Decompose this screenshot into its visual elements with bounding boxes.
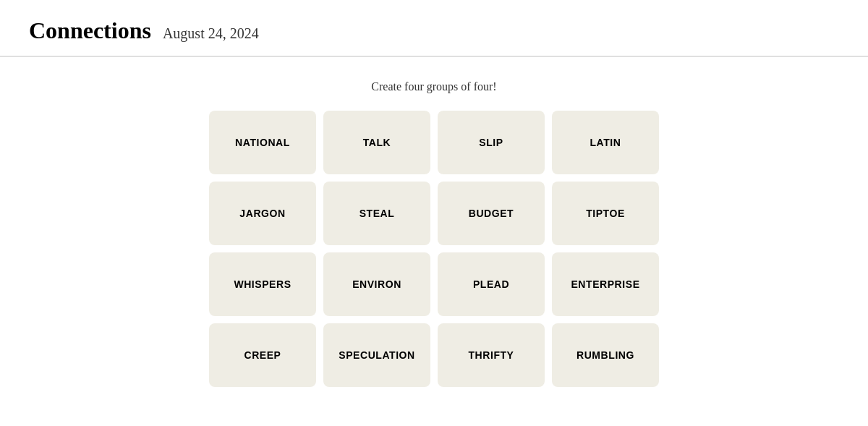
- main-content: Create four groups of four! NATIONALTALK…: [0, 57, 868, 416]
- tile-whispers[interactable]: WHISPERS: [209, 252, 316, 316]
- tile-talk[interactable]: TALK: [323, 111, 430, 174]
- tile-tiptoe[interactable]: TIPTOE: [552, 182, 659, 245]
- tile-label: SPECULATION: [339, 349, 414, 361]
- page-title: Connections: [29, 17, 151, 44]
- tile-label: SLIP: [479, 137, 503, 148]
- tile-grid: NATIONALTALKSLIPLATINJARGONSTEALBUDGETTI…: [209, 111, 659, 387]
- tile-label: RUMBLING: [576, 349, 634, 361]
- tile-label: CREEP: [244, 349, 281, 361]
- tile-jargon[interactable]: JARGON: [209, 182, 316, 245]
- tile-environ[interactable]: ENVIRON: [323, 252, 430, 316]
- tile-label: BUDGET: [469, 208, 514, 219]
- tile-speculation[interactable]: SPECULATION: [323, 323, 430, 387]
- tile-slip[interactable]: SLIP: [438, 111, 545, 174]
- tile-plead[interactable]: PLEAD: [438, 252, 545, 316]
- page-date: August 24, 2024: [163, 25, 259, 42]
- tile-label: LATIN: [590, 137, 621, 148]
- tile-label: JARGON: [239, 208, 285, 219]
- tile-steal[interactable]: STEAL: [323, 182, 430, 245]
- page-header: Connections August 24, 2024: [0, 0, 868, 56]
- tile-label: WHISPERS: [234, 278, 291, 290]
- tile-label: TALK: [363, 137, 391, 148]
- tile-label: TIPTOE: [586, 208, 625, 219]
- tile-label: PLEAD: [473, 278, 509, 290]
- tile-label: THRIFTY: [468, 349, 514, 361]
- tile-label: ENTERPRISE: [571, 278, 639, 290]
- instructions-text: Create four groups of four!: [371, 80, 496, 93]
- tile-national[interactable]: NATIONAL: [209, 111, 316, 174]
- tile-enterprise[interactable]: ENTERPRISE: [552, 252, 659, 316]
- tile-label: ENVIRON: [352, 278, 401, 290]
- tile-thrifty[interactable]: THRIFTY: [438, 323, 545, 387]
- tile-rumbling[interactable]: RUMBLING: [552, 323, 659, 387]
- tile-label: STEAL: [359, 208, 395, 219]
- tile-latin[interactable]: LATIN: [552, 111, 659, 174]
- tile-budget[interactable]: BUDGET: [438, 182, 545, 245]
- tile-creep[interactable]: CREEP: [209, 323, 316, 387]
- tile-label: NATIONAL: [235, 137, 290, 148]
